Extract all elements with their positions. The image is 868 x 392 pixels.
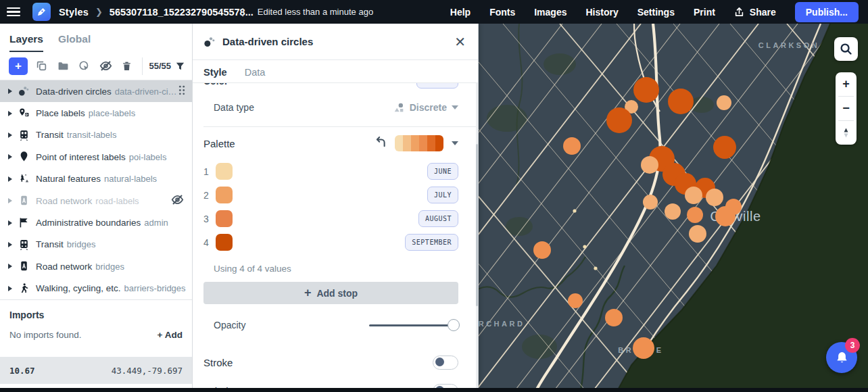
add-stop-button[interactable]: + Add stop bbox=[203, 282, 458, 304]
stop-color-swatch[interactable] bbox=[216, 187, 233, 203]
data-circle[interactable] bbox=[633, 77, 659, 103]
style-menu-kebab-icon[interactable]: ⋮ bbox=[238, 9, 248, 16]
close-panel-icon[interactable]: ✕ bbox=[454, 35, 466, 49]
layer-row-barriers-bridges[interactable]: Walking, cycling, etc.barriers-bridges bbox=[0, 278, 192, 299]
map-label-orchard: ORCHARD bbox=[479, 320, 525, 328]
layer-row-road-labels[interactable]: Road networkroad-labels bbox=[0, 190, 192, 212]
layer-row-admin[interactable]: Administrative boundariesadmin bbox=[0, 212, 192, 233]
walk-icon bbox=[18, 283, 30, 295]
layer-row-place-labels[interactable]: Place labelsplace-labels bbox=[0, 102, 192, 124]
breadcrumb-styles[interactable]: Styles bbox=[59, 7, 89, 18]
color-field-chip[interactable] bbox=[416, 83, 458, 89]
stop-color-swatch[interactable] bbox=[216, 234, 233, 251]
data-circle[interactable] bbox=[715, 206, 736, 226]
sidebar-tab-layers[interactable]: Layers bbox=[9, 33, 43, 52]
style-name[interactable]: 565307118_152232790545578... bbox=[110, 7, 231, 18]
stroke-toggle[interactable] bbox=[433, 356, 458, 370]
publish-button[interactable]: Publish... bbox=[795, 2, 859, 22]
expand-caret-icon[interactable] bbox=[8, 286, 12, 291]
topnav-settings[interactable]: Settings bbox=[637, 7, 675, 18]
topnav-images[interactable]: Images bbox=[534, 7, 566, 18]
stop-value-chip[interactable]: JULY bbox=[427, 187, 458, 203]
data-circle[interactable] bbox=[563, 137, 581, 155]
expand-caret-icon[interactable] bbox=[8, 242, 12, 247]
expand-caret-icon[interactable] bbox=[8, 264, 12, 269]
data-circle[interactable] bbox=[606, 107, 632, 133]
layer-id: barriers-bridges bbox=[124, 283, 187, 293]
data-circle[interactable] bbox=[685, 187, 702, 204]
layer-name: Transit bbox=[36, 130, 64, 140]
road-icon bbox=[18, 195, 30, 207]
layer-name: Road network bbox=[36, 196, 92, 206]
data-circle[interactable] bbox=[713, 136, 736, 159]
edited-status: Edited less than a minute ago bbox=[258, 7, 373, 17]
data-circle[interactable] bbox=[568, 293, 583, 308]
data-circle[interactable] bbox=[533, 241, 551, 259]
data-circle[interactable] bbox=[665, 203, 681, 220]
stop-color-swatch[interactable] bbox=[216, 163, 233, 180]
delete-layer-icon[interactable] bbox=[120, 59, 133, 74]
undo-icon[interactable] bbox=[375, 136, 387, 151]
hide-layer-icon[interactable] bbox=[99, 59, 112, 74]
panel-tab-style[interactable]: Style bbox=[203, 67, 227, 82]
data-circle[interactable] bbox=[668, 89, 694, 114]
select-feature-icon[interactable] bbox=[77, 59, 91, 74]
layer-row-bridges[interactable]: Road networkbridges bbox=[0, 255, 192, 277]
add-import-button[interactable]: + Add bbox=[158, 330, 183, 340]
expand-caret-icon[interactable] bbox=[8, 198, 12, 203]
layer-row-transit-labels[interactable]: Transittransit-labels bbox=[0, 124, 192, 146]
topnav-fonts[interactable]: Fonts bbox=[489, 7, 515, 18]
map-search-button[interactable] bbox=[834, 37, 858, 61]
zoom-out-button[interactable]: − bbox=[836, 97, 857, 120]
topnav-history[interactable]: History bbox=[585, 7, 618, 18]
stop-color-swatch[interactable] bbox=[216, 210, 233, 227]
expand-caret-icon[interactable] bbox=[8, 154, 12, 160]
palette-dropdown-icon[interactable] bbox=[452, 141, 458, 145]
palette-gradient-swatch[interactable] bbox=[395, 135, 443, 151]
duplicate-layer-icon[interactable] bbox=[35, 59, 49, 74]
nature-icon bbox=[18, 173, 30, 185]
opacity-slider[interactable] bbox=[369, 319, 458, 331]
mapbox-studio-logo[interactable] bbox=[32, 3, 51, 21]
topnav-print[interactable]: Print bbox=[694, 7, 715, 18]
hamburger-menu-icon[interactable] bbox=[0, 0, 27, 24]
data-circle[interactable] bbox=[717, 95, 731, 110]
data-circle[interactable] bbox=[706, 189, 723, 206]
data-circle[interactable] bbox=[605, 309, 623, 326]
expand-caret-icon[interactable] bbox=[8, 89, 12, 94]
data-type-select[interactable]: Discrete bbox=[393, 102, 458, 114]
layer-row-natural-labels[interactable]: Natural featuresnatural-labels bbox=[0, 168, 192, 190]
topnav-help[interactable]: Help bbox=[450, 7, 471, 18]
layer-hidden-eye-off-icon[interactable] bbox=[171, 193, 184, 209]
data-circle[interactable] bbox=[687, 207, 703, 223]
share-button[interactable]: Share bbox=[734, 7, 776, 18]
panel-scrollbar[interactable] bbox=[476, 83, 478, 388]
panel-scroll-area: Color Data type Discrete Palette 1JUNE2J… bbox=[193, 83, 477, 388]
expand-caret-icon[interactable] bbox=[8, 176, 12, 182]
layer-row-poi-labels[interactable]: Point of interest labelspoi-labels bbox=[0, 146, 192, 168]
drag-handle-icon[interactable] bbox=[178, 85, 185, 98]
stop-value-chip[interactable]: AUGUST bbox=[418, 210, 458, 227]
expand-caret-icon[interactable] bbox=[8, 111, 12, 116]
data-circle[interactable] bbox=[633, 337, 654, 359]
coordinates-value: 43.449,-79.697 bbox=[112, 366, 183, 376]
map-canvas[interactable]: CLARKSONOakvilleORCHARDBRONTE + − 3 bbox=[479, 24, 868, 388]
group-folder-icon[interactable] bbox=[56, 59, 70, 74]
data-circle[interactable] bbox=[641, 156, 658, 174]
data-circle[interactable] bbox=[689, 225, 706, 243]
expand-caret-icon[interactable] bbox=[8, 132, 12, 138]
data-circle[interactable] bbox=[643, 195, 658, 210]
layer-filter[interactable]: 55/55 bbox=[149, 61, 185, 71]
palette-usage-text: Using 4 of 4 values bbox=[193, 254, 477, 280]
stop-value-chip[interactable]: SEPTEMBER bbox=[405, 234, 458, 251]
add-layer-button[interactable]: + bbox=[9, 57, 28, 75]
layer-row-bridges[interactable]: Transitbridges bbox=[0, 234, 192, 255]
compass-button[interactable] bbox=[836, 121, 857, 145]
sidebar-tab-global[interactable]: Global bbox=[58, 33, 91, 52]
layer-row-data-driven-circ[interactable]: Data-driven circlesdata-driven-circ… bbox=[0, 80, 192, 102]
stop-value-chip[interactable]: JUNE bbox=[427, 163, 458, 180]
zoom-in-button[interactable]: + bbox=[836, 72, 857, 96]
expand-caret-icon[interactable] bbox=[8, 220, 12, 226]
notifications-button[interactable]: 3 bbox=[826, 342, 857, 373]
panel-tab-data[interactable]: Data bbox=[245, 67, 266, 82]
